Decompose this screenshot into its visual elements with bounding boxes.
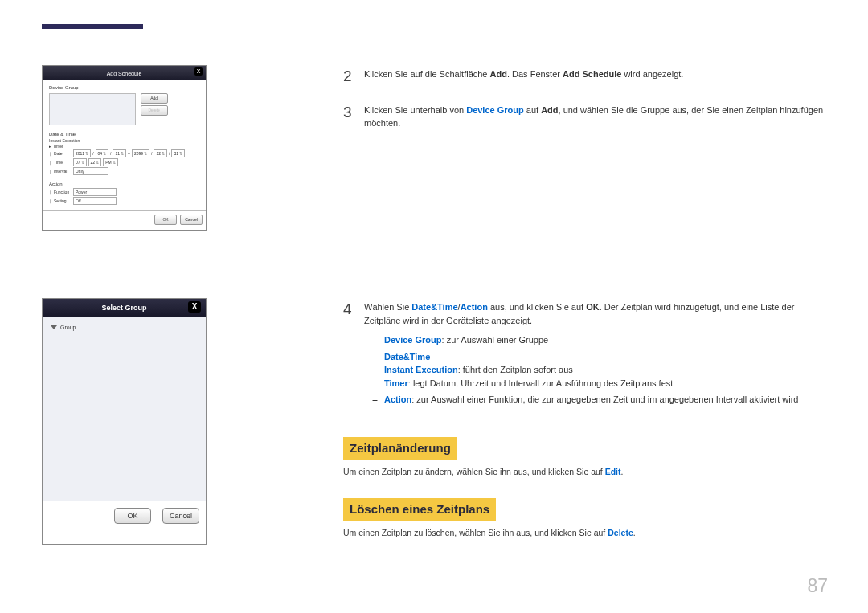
- time-m: 22: [88, 158, 102, 166]
- function-label: Function: [49, 190, 72, 194]
- dialog-titlebar: Select Group X: [43, 299, 206, 317]
- date-m2: 12: [154, 149, 167, 157]
- ok-button: OK: [114, 508, 151, 524]
- text: : führt den Zeitplan sofort aus: [458, 365, 573, 374]
- select-group-screenshot: Select Group X Group OK Cancel: [42, 298, 207, 545]
- text: . Das Fenster: [507, 69, 563, 79]
- close-icon: X: [188, 301, 201, 313]
- step-number: 3: [343, 101, 353, 130]
- text: Wählen Sie: [364, 302, 411, 312]
- device-group-label: Device Group: [49, 85, 199, 90]
- text: Klicken Sie auf die Schaltfläche: [364, 69, 490, 79]
- sublist-item: ‒Device Group: zur Auswahl einer Gruppe: [372, 333, 826, 347]
- colored-text: Action: [384, 394, 411, 404]
- step-text: Klicken Sie unterhalb von Device Group a…: [364, 101, 826, 130]
- group-tree-item: Group: [51, 325, 198, 330]
- page-number: 87: [807, 575, 828, 597]
- section-heading: Zeitplanänderung: [343, 437, 457, 460]
- dialog-title: Select Group: [101, 304, 146, 312]
- instant-exec-label: Instant Execution: [49, 138, 80, 143]
- step-text: Wählen Sie Date&Time/Action aus, und kli…: [364, 298, 826, 410]
- add-button: Add: [141, 93, 168, 104]
- paragraph: Um einen Zeitplan zu ändern, wählen Sie …: [343, 466, 826, 479]
- colored-text: Action: [461, 302, 488, 312]
- colored-text: Delete: [608, 528, 633, 537]
- date-m1: 04: [96, 149, 109, 157]
- bold-text: OK: [586, 302, 600, 312]
- time-label: Time: [49, 160, 72, 165]
- function-select: Power: [73, 188, 117, 196]
- step-4: 4 Wählen Sie Date&Time/Action aus, und k…: [343, 298, 826, 410]
- colored-text: Instant Execution: [384, 365, 458, 374]
- setting-select: Off: [73, 197, 117, 205]
- colored-text: Date&Time: [384, 352, 430, 362]
- step-2: 2 Klicken Sie auf die Schaltfläche Add. …: [343, 65, 826, 88]
- dialog-title: Add Schedule: [107, 71, 142, 76]
- cancel-button: Cancel: [180, 215, 203, 225]
- date-d1: 11: [113, 149, 126, 157]
- text: wird angezeigt.: [621, 69, 683, 79]
- date-y2: 2099: [132, 149, 149, 157]
- date-d2: 31: [171, 149, 185, 157]
- delete-button: Delete: [141, 105, 168, 116]
- interval-select: Daily: [73, 167, 108, 175]
- group-label: Group: [60, 325, 76, 330]
- interval-label: Interval: [49, 169, 72, 174]
- time-h: 07: [73, 158, 87, 166]
- paragraph: Um einen Zeitplan zu löschen, wählen Sie…: [343, 527, 826, 540]
- text: aus, und klicken Sie auf: [488, 302, 586, 312]
- text: : zur Auswahl einer Funktion, die zur an…: [411, 394, 798, 404]
- bold-text: Add: [490, 69, 507, 79]
- step-number: 4: [343, 298, 353, 410]
- colored-text: Device Group: [384, 335, 442, 345]
- text: auf: [524, 105, 541, 115]
- text: Klicken Sie unterhalb von: [364, 105, 466, 115]
- text: Um einen Zeitplan zu ändern, wählen Sie …: [343, 467, 605, 476]
- close-icon: X: [194, 67, 203, 76]
- text: .: [633, 528, 636, 537]
- header-divider: [42, 47, 826, 47]
- ok-button: OK: [154, 215, 177, 225]
- colored-text: Date&Time: [411, 302, 457, 312]
- date-y1: 2011: [73, 149, 91, 157]
- date-label: Date: [49, 151, 72, 156]
- text: Um einen Zeitplan zu löschen, wählen Sie…: [343, 528, 608, 537]
- step-3: 3 Klicken Sie unterhalb von Device Group…: [343, 101, 826, 130]
- colored-text: Timer: [384, 378, 408, 388]
- step-number: 2: [343, 65, 353, 88]
- bold-text: Add: [541, 105, 558, 115]
- datetime-label: Date & Time: [49, 132, 199, 137]
- add-schedule-screenshot: Add Schedule X Device Group Add Delete D…: [42, 65, 207, 231]
- dialog-titlebar: Add Schedule X: [43, 66, 206, 80]
- step-text: Klicken Sie auf die Schaltfläche Add. Da…: [364, 65, 826, 88]
- action-label: Action: [49, 182, 199, 186]
- time-am: PM: [103, 158, 118, 166]
- colored-text: Device Group: [466, 105, 524, 115]
- bold-text: Add Schedule: [563, 69, 621, 79]
- sublist-item: ‒Action: zur Auswahl einer Funktion, die…: [372, 393, 826, 407]
- setting-label: Setting: [49, 198, 72, 203]
- timer-label: Timer: [49, 144, 72, 149]
- text: .: [621, 467, 624, 476]
- device-group-list: [49, 93, 136, 125]
- text: : legt Datum, Uhrzeit und Intervall zur …: [408, 378, 674, 388]
- header-accent: [42, 24, 143, 29]
- colored-text: Edit: [605, 467, 621, 476]
- section-heading: Löschen eines Zeitplans: [343, 498, 496, 521]
- cancel-button: Cancel: [162, 508, 199, 524]
- tree-expand-icon: [51, 325, 57, 329]
- sublist-item: ‒ Date&Time Instant Execution: führt den…: [372, 350, 826, 390]
- text: : zur Auswahl einer Gruppe: [442, 335, 549, 345]
